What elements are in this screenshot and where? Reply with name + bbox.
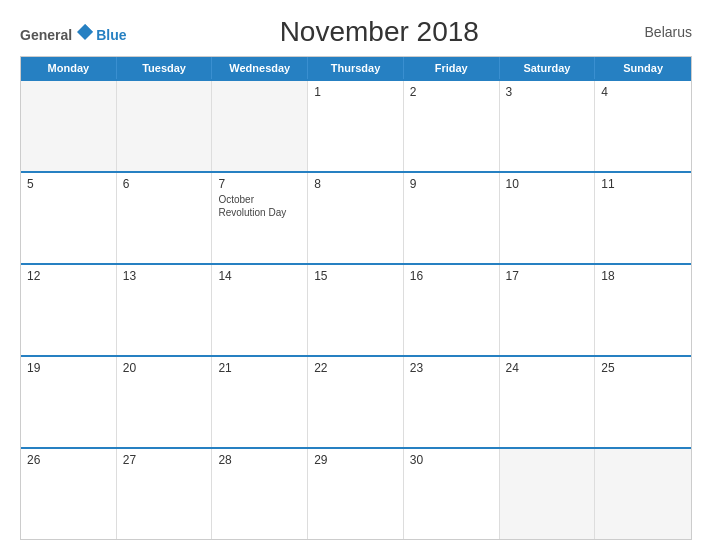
day-number: 25: [601, 361, 685, 375]
day-number: 3: [506, 85, 589, 99]
calendar-cell: 19: [21, 357, 117, 447]
calendar-cell: 5: [21, 173, 117, 263]
day-number: 12: [27, 269, 110, 283]
day-number: 26: [27, 453, 110, 467]
day-number: 8: [314, 177, 397, 191]
calendar-body: 1234567October Revolution Day89101112131…: [21, 79, 691, 539]
calendar-cell: 14: [212, 265, 308, 355]
day-number: 13: [123, 269, 206, 283]
calendar-cell: 29: [308, 449, 404, 539]
day-number: 30: [410, 453, 493, 467]
day-number: 22: [314, 361, 397, 375]
day-number: 24: [506, 361, 589, 375]
calendar-cell: 30: [404, 449, 500, 539]
day-number: 19: [27, 361, 110, 375]
logo: General Blue: [20, 23, 126, 42]
calendar-cell: 1: [308, 81, 404, 171]
day-number: 21: [218, 361, 301, 375]
logo-flag-icon: [76, 23, 94, 41]
calendar-cell: 27: [117, 449, 213, 539]
logo-blue: Blue: [96, 28, 126, 42]
calendar-cell: 23: [404, 357, 500, 447]
event-label: October Revolution Day: [218, 193, 301, 219]
calendar-cell: 11: [595, 173, 691, 263]
day-number: 28: [218, 453, 301, 467]
calendar-row-4: 2627282930: [21, 447, 691, 539]
day-number: 4: [601, 85, 685, 99]
day-number: 18: [601, 269, 685, 283]
day-number: 9: [410, 177, 493, 191]
weekday-header-tuesday: Tuesday: [117, 57, 213, 79]
calendar-cell: [500, 449, 596, 539]
day-number: 17: [506, 269, 589, 283]
calendar-cell: 25: [595, 357, 691, 447]
day-number: 14: [218, 269, 301, 283]
calendar-cell: 3: [500, 81, 596, 171]
calendar-cell: 17: [500, 265, 596, 355]
calendar-cell: 2: [404, 81, 500, 171]
day-number: 6: [123, 177, 206, 191]
calendar-cell: 10: [500, 173, 596, 263]
calendar-cell: 12: [21, 265, 117, 355]
day-number: 27: [123, 453, 206, 467]
calendar-cell: 26: [21, 449, 117, 539]
calendar-cell: 9: [404, 173, 500, 263]
calendar-cell: 18: [595, 265, 691, 355]
calendar-cell: 20: [117, 357, 213, 447]
calendar-row-3: 19202122232425: [21, 355, 691, 447]
calendar-cell: 4: [595, 81, 691, 171]
weekday-header-saturday: Saturday: [500, 57, 596, 79]
page-title: November 2018: [126, 16, 632, 48]
weekday-header-monday: Monday: [21, 57, 117, 79]
calendar-cell: 16: [404, 265, 500, 355]
day-number: 11: [601, 177, 685, 191]
day-number: 2: [410, 85, 493, 99]
day-number: 15: [314, 269, 397, 283]
calendar-cell: 13: [117, 265, 213, 355]
page-header: General Blue November 2018 Belarus: [20, 16, 692, 48]
day-number: 16: [410, 269, 493, 283]
calendar-row-0: 1234: [21, 79, 691, 171]
calendar-grid: MondayTuesdayWednesdayThursdayFridaySatu…: [20, 56, 692, 540]
calendar-cell: [212, 81, 308, 171]
country-label: Belarus: [632, 24, 692, 40]
calendar-cell: 6: [117, 173, 213, 263]
weekday-header-wednesday: Wednesday: [212, 57, 308, 79]
weekday-header-sunday: Sunday: [595, 57, 691, 79]
calendar-header: MondayTuesdayWednesdayThursdayFridaySatu…: [21, 57, 691, 79]
svg-marker-1: [85, 24, 93, 32]
weekday-header-friday: Friday: [404, 57, 500, 79]
day-number: 7: [218, 177, 301, 191]
day-number: 5: [27, 177, 110, 191]
calendar-page: General Blue November 2018 Belarus Monda…: [0, 0, 712, 550]
day-number: 20: [123, 361, 206, 375]
calendar-cell: 21: [212, 357, 308, 447]
day-number: 23: [410, 361, 493, 375]
calendar-cell: 22: [308, 357, 404, 447]
day-number: 1: [314, 85, 397, 99]
calendar-cell: [21, 81, 117, 171]
calendar-cell: 8: [308, 173, 404, 263]
calendar-cell: [117, 81, 213, 171]
day-number: 10: [506, 177, 589, 191]
calendar-row-2: 12131415161718: [21, 263, 691, 355]
logo-general: General: [20, 28, 72, 42]
calendar-row-1: 567October Revolution Day891011: [21, 171, 691, 263]
calendar-cell: 24: [500, 357, 596, 447]
calendar-cell: [595, 449, 691, 539]
calendar-cell: 7October Revolution Day: [212, 173, 308, 263]
weekday-header-thursday: Thursday: [308, 57, 404, 79]
calendar-cell: 15: [308, 265, 404, 355]
calendar-cell: 28: [212, 449, 308, 539]
day-number: 29: [314, 453, 397, 467]
